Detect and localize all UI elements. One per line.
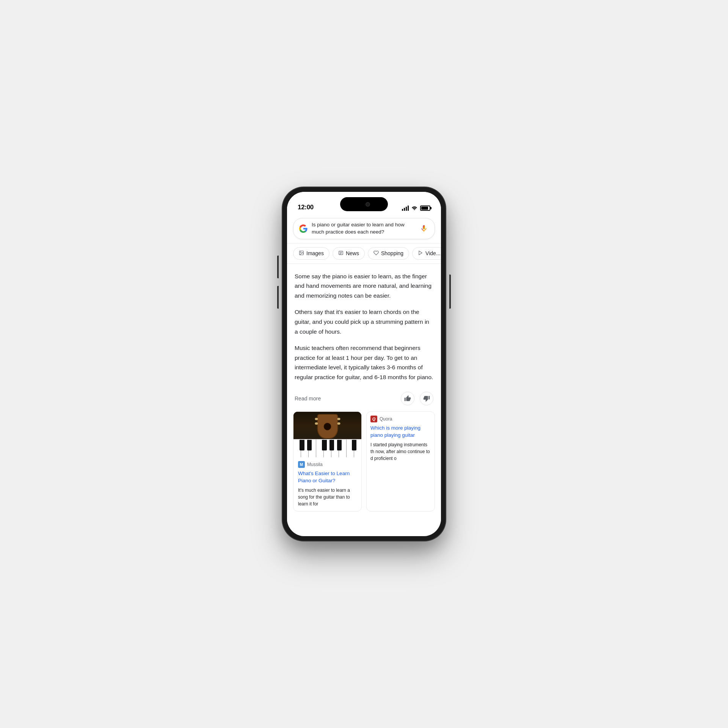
status-time: 12:00 xyxy=(298,204,314,211)
quora-source-name: Quora xyxy=(380,416,392,422)
phone-mockup: 12:00 xyxy=(282,187,446,541)
answer-paragraph-2: Others say that it's easier to learn cho… xyxy=(295,307,433,336)
phone-screen: 12:00 xyxy=(287,192,441,536)
news-tab-label: News xyxy=(346,250,359,256)
card-mussila-snippet: It's much easier to learn a song for the… xyxy=(298,487,357,507)
read-more-link[interactable]: Read more xyxy=(295,395,321,402)
news-tab-icon xyxy=(338,250,344,257)
answer-paragraph-3: Music teachers often recommend that begi… xyxy=(295,343,433,382)
card-quora[interactable]: Q Quora Which is more playing piano play… xyxy=(366,411,435,511)
videos-tab-label: Vide... xyxy=(425,250,440,256)
tab-news[interactable]: News xyxy=(333,247,365,260)
scroll-content[interactable]: Is piano or guitar easier to learn and h… xyxy=(287,214,441,536)
volume-up-button[interactable] xyxy=(277,256,279,278)
tab-videos[interactable]: Vide... xyxy=(412,247,441,260)
search-bar: Is piano or guitar easier to learn and h… xyxy=(287,214,441,243)
signal-bar-1 xyxy=(402,209,403,211)
signal-bar-4 xyxy=(408,206,409,211)
dynamic-island xyxy=(340,197,388,211)
signal-icon xyxy=(402,206,409,211)
card-quora-body: Q Quora Which is more playing piano play… xyxy=(367,412,435,466)
thumbs-up-button[interactable] xyxy=(401,392,414,405)
volume-down-button[interactable] xyxy=(277,286,279,309)
google-logo xyxy=(299,224,308,233)
card-quora-title[interactable]: Which is more playing piano playing guit… xyxy=(370,425,431,439)
action-row: Read more xyxy=(287,389,441,411)
mussila-source-name: Mussila xyxy=(307,462,323,467)
power-button[interactable] xyxy=(449,275,451,309)
svg-point-1 xyxy=(300,252,301,253)
card-mussila-body: M Mussila What's Easier to Learn Piano o… xyxy=(293,457,361,511)
front-camera xyxy=(366,202,370,207)
battery-fill xyxy=(421,207,428,210)
card-mussila-title[interactable]: What's Easier to Learn Piano or Guitar? xyxy=(298,470,357,485)
signal-bar-2 xyxy=(404,208,405,211)
svg-marker-6 xyxy=(419,251,422,255)
videos-tab-icon xyxy=(418,250,423,257)
images-tab-icon xyxy=(299,250,304,257)
quora-source-icon: Q xyxy=(370,416,377,422)
card-mussila[interactable]: M Mussila What's Easier to Learn Piano o… xyxy=(293,411,362,511)
images-tab-label: Images xyxy=(306,250,324,256)
wifi-icon xyxy=(411,205,417,211)
battery-icon xyxy=(420,206,430,211)
mic-icon[interactable] xyxy=(419,223,429,234)
thumbs-up-icon xyxy=(404,395,411,402)
answer-paragraph-1: Some say the piano is easier to learn, a… xyxy=(295,271,433,301)
tab-shopping[interactable]: Shopping xyxy=(368,247,409,260)
card-image-piano-guitar xyxy=(293,412,361,457)
answer-content: Some say the piano is easier to learn, a… xyxy=(287,264,441,382)
card-quora-source: Q Quora xyxy=(370,416,431,422)
status-icons xyxy=(402,205,430,211)
signal-bar-3 xyxy=(406,207,407,211)
shopping-tab-label: Shopping xyxy=(381,250,403,256)
card-mussila-source: M Mussila xyxy=(298,461,357,468)
feedback-icons xyxy=(401,392,433,405)
card-quora-snippet: I started playing instruments th now, af… xyxy=(370,441,431,462)
shopping-tab-icon xyxy=(373,250,379,257)
search-query-text[interactable]: Is piano or guitar easier to learn and h… xyxy=(312,221,415,236)
mussila-source-icon: M xyxy=(298,461,305,468)
filter-tabs: Images News Shopping xyxy=(287,243,441,264)
tab-images[interactable]: Images xyxy=(293,247,329,260)
thumbs-down-icon xyxy=(423,395,430,402)
search-input-row[interactable]: Is piano or guitar easier to learn and h… xyxy=(293,218,435,239)
thumbs-down-button[interactable] xyxy=(420,392,433,405)
cards-row: M Mussila What's Easier to Learn Piano o… xyxy=(287,411,441,511)
